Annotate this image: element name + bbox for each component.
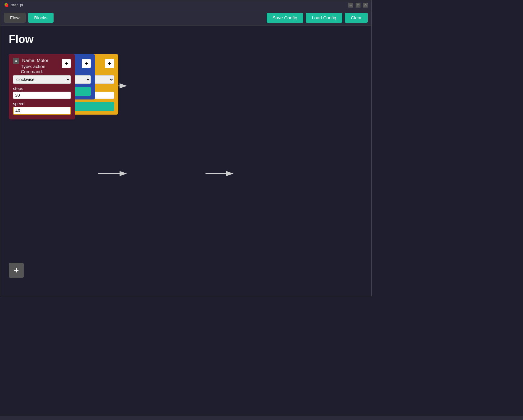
motor2-card: x Name: Motor Type: action Command: + cl… [9,54,75,119]
motor2-steps-input[interactable] [13,92,71,99]
close-window-button[interactable]: ✕ [363,3,368,8]
app-title: star_pi [11,3,23,7]
navbar: Flow Blocks Save Config Load Config Clea… [0,10,371,26]
nav-left: Flow Blocks [4,13,54,23]
motor2-steps-label: steps [13,86,71,91]
motor2-command-label: Command: [13,69,59,74]
motor2-close-button[interactable]: x [13,58,19,64]
scale-add-button[interactable]: + [105,59,114,68]
motor2-card-header: x Name: Motor Type: action Command: [13,58,59,74]
add-flow-button[interactable]: + [9,263,24,278]
motor2-speed-label: speed [13,101,71,106]
app-icon: 🍓 [4,3,9,7]
titlebar-controls: ─ □ ✕ [348,3,368,8]
titlebar: 🍓 star_pi ─ □ ✕ [0,0,371,10]
tab-flow[interactable]: Flow [4,13,26,23]
motor2-command-select[interactable]: clockwise counter-clockwise [13,75,71,84]
nav-right: Save Config Load Config Clear [267,13,368,23]
tab-blocks[interactable]: Blocks [28,13,54,23]
motor2-type-line: Type: action [13,64,59,69]
motor2-add-button[interactable]: + [62,59,71,68]
page-title: Flow [9,33,363,46]
maximize-button[interactable]: □ [356,3,360,8]
minimize-button[interactable]: ─ [348,3,353,8]
main-content: Flow x Name: Scale [0,26,371,296]
save-config-button[interactable]: Save Config [267,13,304,23]
button-add-button[interactable]: + [82,59,91,68]
flow-canvas: x Name: Scale Type: observer Command: + … [9,54,363,296]
titlebar-left: 🍓 star_pi [4,3,23,7]
motor2-name-line: Name: Motor [22,58,48,63]
load-config-button[interactable]: Load Config [306,13,342,23]
clear-button[interactable]: Clear [345,13,368,23]
motor2-speed-input[interactable] [13,107,71,115]
